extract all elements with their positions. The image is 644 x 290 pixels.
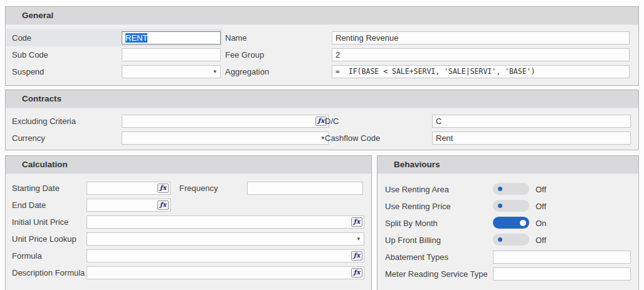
name-input[interactable]: Renting Revenue [332,31,630,44]
initial-unit-price-label: Initial Unit Price [12,214,68,230]
suspend-dropdown[interactable]: ▾ [122,65,221,78]
row-suspend: Suspend ▾ Aggregation = IF(BASE < SALE+S… [6,63,638,80]
row-use-renting-area: Use Renting Area Off [377,181,638,198]
sub-code-input[interactable] [122,48,221,61]
use-renting-area-state: Off [536,181,546,198]
panel-general-header: General [6,7,638,25]
row-abatement-types: Abatement Types [377,249,638,266]
currency-label: Currency [12,130,45,147]
formula-icon[interactable]: ƒx [351,217,362,227]
excluding-criteria-input[interactable]: ƒx [122,115,329,128]
abatement-types-input[interactable] [493,251,631,264]
up-front-billing-state: Off [536,232,546,249]
chevron-down-icon[interactable]: ▾ [357,233,360,245]
formula-icon[interactable]: ƒx [157,200,169,210]
panel-general: General Code RENT Name Renting Revenue S… [5,6,639,86]
dc-label: D/C [325,113,339,130]
formula-label: Formula [12,247,42,264]
toggle-knob [520,220,526,226]
frequency-label: Frequency [179,180,218,197]
starting-date-label: Starting Date [12,180,60,197]
meter-reading-service-type-label: Meter Reading Service Type [385,266,488,282]
chevron-down-icon[interactable]: ▾ [321,132,324,144]
name-label: Name [225,29,247,46]
row-code: Code RENT Name Renting Revenue [6,29,638,46]
formula-icon[interactable]: ƒx [157,184,169,193]
panel-calculation: Calculation Starting Date ƒx Frequency E… [5,155,372,290]
description-formula-input[interactable]: ƒx [87,266,364,279]
code-input[interactable]: RENT [122,31,221,44]
end-date-label: End Date [12,197,46,214]
toggle-knob [498,204,502,208]
row-meter-reading-service-type: Meter Reading Service Type [377,266,638,282]
starting-date-input[interactable]: ƒx [87,182,171,195]
panel-contracts: Contracts Excluding Criteria ƒx D/C C Cu… [5,90,639,150]
use-renting-area-toggle[interactable] [493,183,529,195]
panel-behaviours: Behaviours Use Renting Area Off Use Rent… [377,155,639,290]
suspend-label: Suspend [12,63,44,80]
use-renting-price-toggle[interactable] [493,200,529,212]
row-starting-date: Starting Date ƒx Frequency EOM [6,180,371,197]
up-front-billing-label: Up Front Billing [385,232,441,249]
row-end-date: End Date ƒx [6,197,371,214]
dc-input[interactable]: C [432,115,631,128]
meter-reading-service-type-input[interactable] [493,267,631,281]
panel-calculation-header: Calculation [6,156,371,174]
panel-contracts-header: Contracts [6,90,638,108]
unit-price-lookup-dropdown[interactable]: ▾ [87,232,364,246]
aggregation-input[interactable]: = IF(BASE < SALE+SERVI, 'SALE|SERVI', 'B… [332,65,630,78]
use-renting-area-label: Use Renting Area [385,181,449,198]
clock-icon[interactable] [351,184,361,194]
use-renting-price-state: Off [536,198,546,215]
end-date-input[interactable]: ƒx [87,199,171,212]
cashflow-code-dropdown[interactable]: Rent [432,132,631,145]
code-label: Code [12,29,31,46]
formula-icon[interactable]: ƒx [351,268,362,277]
split-by-month-state: On [536,215,546,232]
toggle-knob [498,187,502,191]
row-description-formula: Description Formula ƒx [6,264,371,281]
formula-icon[interactable]: ƒx [351,251,362,261]
row-subcode: Sub Code Fee Group 2 [6,46,638,63]
sub-code-label: Sub Code [12,46,48,63]
toggle-knob [498,237,502,242]
frequency-input[interactable]: EOM [247,182,363,195]
fee-group-input[interactable]: 2 [332,48,630,61]
formula-input[interactable]: ƒx [87,249,364,262]
chevron-down-icon[interactable]: ▾ [213,66,216,78]
row-unit-price-lookup: Unit Price Lookup ▾ [6,230,371,247]
row-use-renting-price: Use Renting Price Off [377,198,638,215]
initial-unit-price-input[interactable]: ƒx [87,215,364,229]
description-formula-label: Description Formula [12,264,85,281]
cashflow-code-label: Cashflow Code [325,130,380,147]
aggregation-label: Aggregation [225,63,269,80]
up-front-billing-toggle[interactable] [493,234,529,246]
abatement-types-label: Abatement Types [385,249,448,266]
code-selected-text: RENT [125,33,147,43]
row-up-front-billing: Up Front Billing Off [377,232,638,249]
row-initial-unit-price: Initial Unit Price ƒx [6,214,371,230]
row-currency: Currency ▾ Cashflow Code Rent [6,130,638,147]
unit-price-lookup-label: Unit Price Lookup [12,230,77,247]
split-by-month-label: Split By Month [385,215,438,232]
row-excluding-criteria: Excluding Criteria ƒx D/C C [6,113,638,130]
currency-dropdown[interactable]: ▾ [122,132,329,145]
use-renting-price-label: Use Renting Price [385,198,451,215]
split-by-month-toggle[interactable] [493,217,529,229]
row-formula: Formula ƒx [6,247,371,264]
excluding-criteria-label: Excluding Criteria [12,113,76,130]
fee-group-label: Fee Group [225,46,264,63]
row-split-by-month: Split By Month On [377,215,638,232]
panel-behaviours-header: Behaviours [377,156,638,174]
